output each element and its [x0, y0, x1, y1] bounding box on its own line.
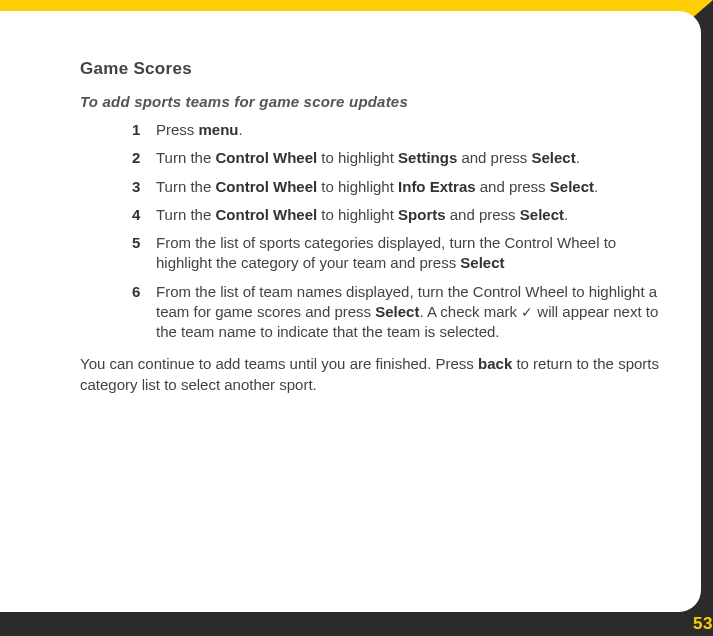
instruction-step: 5 From the list of sports categories dis… [132, 233, 661, 274]
step-text: Turn the Control Wheel to highlight Info… [156, 178, 598, 195]
step-text: Press menu. [156, 121, 243, 138]
instruction-step: 6 From the list of team names displayed,… [132, 282, 661, 343]
step-text: From the list of team names displayed, t… [156, 283, 658, 341]
instruction-step: 2 Turn the Control Wheel to highlight Se… [132, 148, 661, 168]
step-number: 1 [132, 120, 140, 140]
step-number: 6 [132, 282, 140, 302]
page-number: 53 [693, 614, 713, 634]
step-text: Turn the Control Wheel to highlight Sett… [156, 149, 580, 166]
step-number: 3 [132, 177, 140, 197]
instruction-step: 1 Press menu. [132, 120, 661, 140]
document-page: Game Scores To add sports teams for game… [0, 11, 701, 612]
step-number: 5 [132, 233, 140, 253]
step-text: Turn the Control Wheel to highlight Spor… [156, 206, 568, 223]
step-number: 2 [132, 148, 140, 168]
section-heading: Game Scores [80, 59, 661, 79]
footer-band [0, 612, 713, 636]
instruction-step: 3 Turn the Control Wheel to highlight In… [132, 177, 661, 197]
step-text: From the list of sports categories displ… [156, 234, 616, 271]
instruction-step: 4 Turn the Control Wheel to highlight Sp… [132, 205, 661, 225]
step-number: 4 [132, 205, 140, 225]
section-subheading: To add sports teams for game score updat… [80, 93, 661, 110]
instruction-list: 1 Press menu. 2 Turn the Control Wheel t… [80, 120, 661, 342]
closing-paragraph: You can continue to add teams until you … [80, 354, 661, 395]
